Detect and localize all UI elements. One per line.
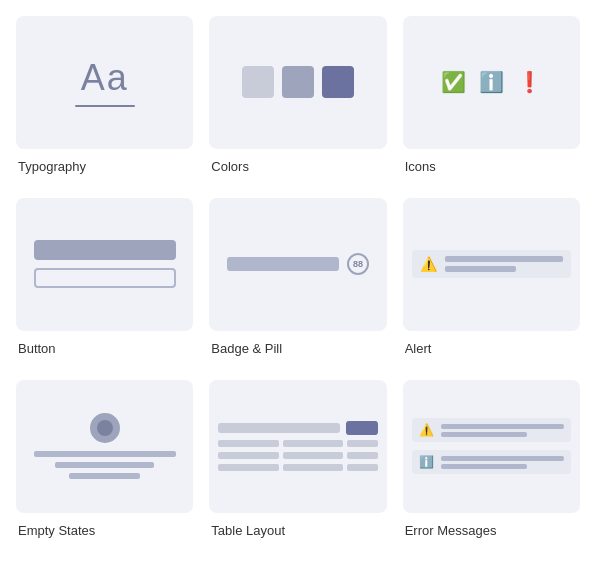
error-row-1: ⚠️ [412, 418, 572, 442]
card-label-button: Button [16, 341, 56, 356]
card-label-alert: Alert [403, 341, 432, 356]
error-line-2b [441, 464, 528, 469]
empty-avatar [90, 413, 120, 443]
button-outline [34, 268, 176, 288]
card-group-icons[interactable]: ✅ ℹ️ ❗ Icons [403, 16, 580, 174]
typography-preview: Aa [75, 57, 135, 107]
warning-circle-icon: ❗ [515, 68, 543, 96]
color-swatch-dark [322, 66, 354, 98]
table-cell-4 [218, 452, 279, 459]
table-cell-6 [347, 452, 377, 459]
card-badge[interactable]: 88 [209, 198, 386, 331]
alert-preview: ⚠️ [412, 250, 572, 278]
alert-line-2 [445, 266, 516, 272]
card-label-table-layout: Table Layout [209, 523, 285, 538]
badge-bar [227, 257, 339, 271]
check-circle-icon: ✅ [439, 68, 467, 96]
card-label-icons: Icons [403, 159, 436, 174]
card-label-empty-states: Empty States [16, 523, 95, 538]
typo-line [75, 105, 135, 107]
card-group-table-layout[interactable]: Table Layout [209, 380, 386, 538]
error-preview: ⚠️ ℹ️ [412, 418, 572, 474]
button-filled [34, 240, 176, 260]
empty-line-3 [69, 473, 140, 479]
table-cell-5 [283, 452, 344, 459]
error-line-1a [441, 424, 565, 429]
error-info-icon-2: ℹ️ [419, 455, 434, 469]
card-error-messages[interactable]: ⚠️ ℹ️ [403, 380, 580, 513]
table-cell-9 [347, 464, 377, 471]
error-lines-1 [441, 424, 565, 437]
info-circle-icon: ℹ️ [477, 68, 505, 96]
alert-lines [445, 256, 564, 272]
card-label-typography: Typography [16, 159, 86, 174]
card-group-colors[interactable]: Colors [209, 16, 386, 174]
table-header-row [218, 421, 378, 435]
table-cell-2 [283, 440, 344, 447]
card-label-error-messages: Error Messages [403, 523, 497, 538]
table-row-2 [218, 452, 378, 459]
error-row-2: ℹ️ [412, 450, 572, 474]
component-grid: Aa Typography Colors ✅ ℹ️ ❗ Icons [16, 16, 580, 538]
card-empty-states[interactable] [16, 380, 193, 513]
error-line-2a [441, 456, 565, 461]
colors-preview [242, 66, 354, 98]
card-group-typography[interactable]: Aa Typography [16, 16, 193, 174]
typo-aa-text: Aa [81, 57, 129, 99]
alert-triangle-icon: ⚠️ [420, 256, 437, 272]
table-search-bar [218, 423, 340, 433]
table-row-3 [218, 464, 378, 471]
button-preview [34, 240, 176, 288]
error-line-1b [441, 432, 528, 437]
empty-line-2 [55, 462, 154, 468]
card-alert[interactable]: ⚠️ [403, 198, 580, 331]
table-row-1 [218, 440, 378, 447]
error-warning-icon-1: ⚠️ [419, 423, 434, 437]
card-button[interactable] [16, 198, 193, 331]
card-group-error-messages[interactable]: ⚠️ ℹ️ Error Messages [403, 380, 580, 538]
card-icons[interactable]: ✅ ℹ️ ❗ [403, 16, 580, 149]
card-group-button[interactable]: Button [16, 198, 193, 356]
table-cell-8 [283, 464, 344, 471]
card-label-colors: Colors [209, 159, 249, 174]
table-cell-3 [347, 440, 377, 447]
color-swatch-light [242, 66, 274, 98]
empty-states-preview [34, 413, 176, 479]
badge-pill: 88 [347, 253, 369, 275]
card-typography[interactable]: Aa [16, 16, 193, 149]
table-cell-7 [218, 464, 279, 471]
card-group-empty-states[interactable]: Empty States [16, 380, 193, 538]
icons-preview: ✅ ℹ️ ❗ [439, 68, 543, 96]
card-label-badge: Badge & Pill [209, 341, 282, 356]
card-colors[interactable] [209, 16, 386, 149]
alert-line-1 [445, 256, 564, 262]
empty-lines [34, 451, 176, 479]
empty-avatar-inner [97, 420, 113, 436]
color-swatch-mid [282, 66, 314, 98]
table-action-button [346, 421, 378, 435]
card-group-alert[interactable]: ⚠️ Alert [403, 198, 580, 356]
card-table-layout[interactable] [209, 380, 386, 513]
error-lines-2 [441, 456, 565, 469]
badge-preview: 88 [227, 253, 369, 275]
card-group-badge[interactable]: 88 Badge & Pill [209, 198, 386, 356]
table-cell-1 [218, 440, 279, 447]
table-preview [218, 421, 378, 471]
empty-line-1 [34, 451, 176, 457]
